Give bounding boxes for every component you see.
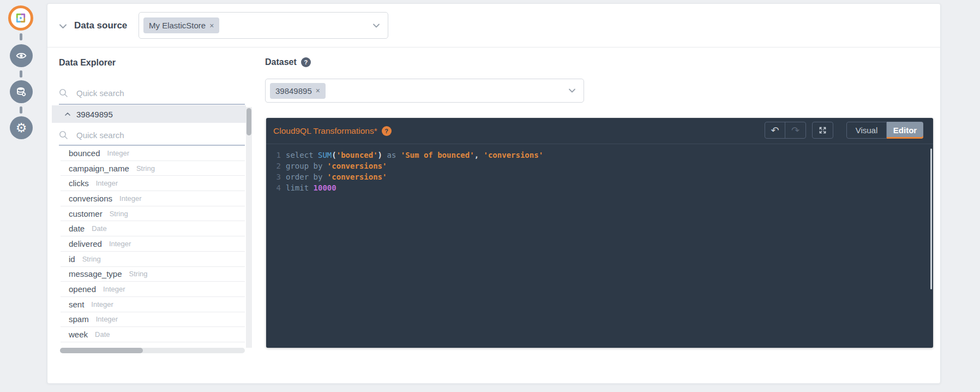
field-type: Integer — [96, 179, 118, 187]
field-row[interactable]: dateDate — [61, 221, 245, 236]
quick-search-input[interactable] — [75, 88, 214, 98]
code-line: 4limit 10000 — [273, 182, 933, 193]
datasource-select[interactable]: My ElasticStore × — [139, 12, 388, 39]
dataset-group-row[interactable]: 39849895 — [52, 105, 246, 123]
undo-button[interactable]: ↶ — [765, 122, 785, 138]
code-token: 'conversions' — [484, 151, 544, 159]
quick-search — [59, 86, 244, 100]
datasource-tag[interactable]: My ElasticStore × — [143, 17, 219, 33]
settings-button[interactable]: ⚙ — [10, 116, 33, 139]
editor-header: Cloud9QL Transformations* ? ↶ ↷ — [266, 118, 933, 144]
field-name: opened — [69, 284, 96, 294]
logo-star-icon — [14, 11, 28, 25]
field-row[interactable]: spamInteger — [61, 312, 245, 328]
field-list: bouncedIntegercampaign_nameStringclicksI… — [61, 146, 245, 342]
visual-editor-toggle: Visual Editor — [846, 122, 923, 139]
help-icon[interactable]: ? — [301, 57, 311, 67]
field-name: delivered — [69, 239, 102, 248]
fullscreen-button[interactable] — [812, 122, 833, 139]
code-token: 'conversions' — [327, 162, 387, 170]
field-name: sent — [69, 300, 84, 309]
datasource-section-label: Data source — [74, 20, 127, 31]
rail-connector — [20, 106, 22, 114]
rail-connector — [20, 33, 22, 40]
remove-tag-icon[interactable]: × — [316, 86, 320, 95]
editor-scrollbar[interactable] — [930, 149, 932, 289]
field-name: date — [69, 224, 85, 233]
code-token: 'conversions' — [327, 173, 387, 181]
code-token: SUM — [318, 151, 332, 159]
code-token: ( — [332, 151, 336, 159]
scrollbar-thumb[interactable] — [60, 348, 143, 353]
field-row[interactable]: bouncedInteger — [61, 146, 245, 161]
field-row[interactable]: conversionsInteger — [61, 191, 245, 206]
datasource-tag-label: My ElasticStore — [149, 21, 206, 30]
dataset-group-label: 39849895 — [76, 110, 113, 119]
undo-icon: ↶ — [771, 126, 779, 135]
field-name: week — [69, 330, 88, 339]
chevron-down-icon[interactable] — [568, 88, 576, 93]
code-area[interactable]: 1select SUM('bounced') as 'Sum of bounce… — [266, 144, 933, 343]
query-builder-card: Data source My ElasticStore × Data Explo… — [47, 3, 941, 384]
field-name: id — [69, 254, 75, 264]
remove-tag-icon[interactable]: × — [209, 21, 214, 30]
field-type: Integer — [91, 300, 113, 308]
tab-editor[interactable]: Editor — [887, 122, 923, 139]
tab-visual[interactable]: Visual — [846, 122, 887, 139]
scrollbar-thumb[interactable] — [246, 108, 251, 135]
app-logo[interactable] — [8, 5, 33, 31]
search-icon — [59, 130, 68, 140]
code-token: 10000 — [314, 183, 336, 192]
redo-button[interactable]: ↷ — [785, 122, 805, 138]
code-token: select — [286, 151, 318, 159]
editor-controls: ↶ ↷ Visu — [765, 122, 923, 139]
code-line: 3order by 'conversions' — [273, 171, 933, 182]
field-type: Integer — [119, 194, 141, 203]
line-number: 4 — [273, 182, 281, 193]
code-token: 'bounced' — [336, 151, 378, 159]
field-name: bounced — [69, 149, 100, 158]
field-name: conversions — [69, 194, 112, 203]
field-name: clicks — [69, 179, 89, 188]
field-row[interactable]: weekDate — [61, 327, 245, 342]
code-token: as — [382, 151, 401, 159]
header-divider — [47, 47, 940, 47]
gear-icon: ⚙ — [16, 122, 27, 134]
field-list-horizontal-scrollbar[interactable] — [60, 348, 245, 353]
cloud9ql-editor-panel: Cloud9QL Transformations* ? ↶ ↷ — [266, 118, 933, 348]
datasource-settings-button[interactable] — [10, 80, 33, 103]
field-row[interactable]: openedInteger — [61, 282, 245, 297]
field-type: String — [129, 270, 148, 278]
field-row[interactable]: campaign_nameString — [61, 161, 245, 176]
field-row[interactable]: idString — [61, 252, 245, 267]
datasource-collapse-chevron-icon[interactable] — [59, 23, 67, 29]
field-type: String — [110, 210, 128, 218]
dataset-tag[interactable]: 39849895 × — [270, 83, 326, 99]
line-number: 2 — [273, 161, 281, 171]
field-list-vertical-scrollbar[interactable] — [246, 107, 252, 348]
help-icon[interactable]: ? — [382, 126, 392, 136]
dataset-label: Dataset — [265, 57, 297, 67]
chevron-up-icon — [64, 112, 71, 116]
field-row[interactable]: customerString — [61, 206, 245, 222]
search-icon — [59, 88, 68, 98]
field-type: Date — [95, 330, 110, 338]
code-token: ) — [378, 151, 382, 159]
field-name: campaign_name — [69, 164, 129, 173]
dataset-select[interactable]: 39849895 × — [265, 79, 584, 103]
field-name: message_type — [69, 269, 122, 278]
code-line: 1select SUM('bounced') as 'Sum of bounce… — [273, 150, 933, 161]
code-token: group by — [286, 162, 327, 170]
editor-title: Cloud9QL Transformations* — [273, 126, 377, 136]
field-type: Integer — [109, 240, 131, 248]
field-row[interactable]: sentInteger — [61, 297, 245, 312]
code-token: 'Sum of bounced' — [401, 151, 474, 159]
preview-eye-button[interactable] — [10, 44, 33, 67]
field-row[interactable]: clicksInteger — [61, 176, 245, 191]
chevron-down-icon[interactable] — [372, 23, 380, 28]
field-row[interactable]: message_typeString — [61, 267, 245, 282]
field-name: spam — [69, 314, 89, 324]
field-search-input[interactable] — [75, 130, 214, 140]
field-type: Date — [92, 224, 106, 233]
field-row[interactable]: deliveredInteger — [61, 236, 245, 252]
